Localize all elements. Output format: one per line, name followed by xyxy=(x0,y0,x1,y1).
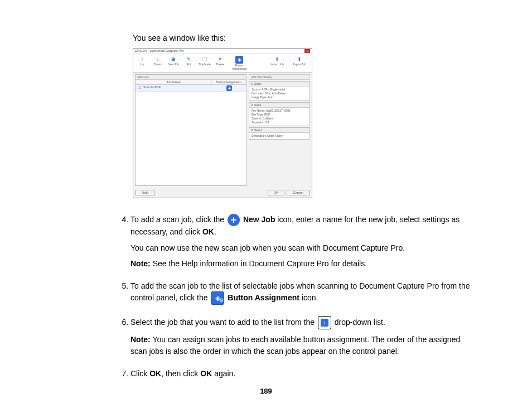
job-list-header: Job Name Button Assignment xyxy=(136,80,246,85)
col-jobname: Job Name xyxy=(136,80,212,84)
page-number: 189 xyxy=(0,387,532,395)
ok-button[interactable]: OK xyxy=(268,190,285,195)
import-job-button[interactable]: ⬇Import Job xyxy=(267,56,287,70)
step-7: Click OK, then click OK again. xyxy=(130,368,476,379)
new-job-button[interactable]: ⊕New Job xyxy=(167,56,180,70)
window-title: EPSON - Document Capture Pro xyxy=(135,49,184,53)
assignment-icon: ◈ xyxy=(235,56,243,64)
arrow-up-icon: ↑ xyxy=(139,56,146,63)
duplicate-button[interactable]: ❐Duplicate xyxy=(198,56,211,70)
x-icon: ✕ xyxy=(217,56,224,63)
cancel-button[interactable]: Cancel xyxy=(287,190,309,195)
row-assign: ◈ xyxy=(212,85,246,92)
help-button[interactable]: Help xyxy=(136,190,154,195)
up-button[interactable]: ↑Up xyxy=(136,56,149,70)
step-4-note1: You can now use the new scan job when yo… xyxy=(130,242,476,253)
edit-button[interactable]: ✎Edit xyxy=(182,56,196,70)
button-assignment-button[interactable]: ◈Button Assignment xyxy=(229,56,249,70)
export-job-button[interactable]: ⬆Export Job xyxy=(289,56,309,70)
arrow-down-icon: ↓ xyxy=(154,56,161,63)
dialog-screenshot: EPSON - Document Capture Pro ✕ ↑Up ↓Down… xyxy=(133,48,312,198)
plus-circle-icon: + xyxy=(228,214,240,226)
titlebar: EPSON - Document Capture Pro ✕ xyxy=(133,49,312,54)
close-icon[interactable]: ✕ xyxy=(304,49,310,53)
summary-save: 2. Save File Name: img20190317_0001 File… xyxy=(249,102,310,126)
step-4-note2: Note: See the Help information in Docume… xyxy=(130,258,476,269)
button-assignment-icon: ◈⚙ xyxy=(211,291,224,305)
col-buttonassign: Button Assignment xyxy=(212,80,246,84)
import-icon: ⬇ xyxy=(274,56,280,63)
copy-icon: ❐ xyxy=(201,56,208,63)
job-row[interactable]: ☐ Scan to PDF ◈ xyxy=(136,85,246,92)
export-icon: ⬆ xyxy=(296,56,303,63)
job-summary-panel: Job Summary 1. Scan Source: ADF - Single… xyxy=(249,74,310,186)
job-list-title: Job List xyxy=(136,75,246,80)
gear-icon: ⚙ xyxy=(219,297,224,304)
pencil-icon: ✎ xyxy=(186,56,192,63)
plus-circle-icon: ⊕ xyxy=(170,56,177,63)
step-6: Select the job that you want to add to t… xyxy=(130,316,476,357)
delete-button[interactable]: ✕Delete xyxy=(214,56,227,70)
assign-badge-icon: ◈ xyxy=(226,85,232,91)
step-list: To add a scan job, click the + New Job i… xyxy=(117,214,476,379)
toolbar: ↑Up ↓Down ⊕New Job ✎Edit ❐Duplicate ✕Del… xyxy=(133,54,312,73)
down-button[interactable]: ↓Down xyxy=(151,56,165,70)
dialog-footer: Help OK Cancel xyxy=(133,188,312,198)
step-6-note: Note: You can assign scan jobs to each a… xyxy=(130,334,476,357)
summary-scan: 1. Scan Source: ADF - Single-sided Docum… xyxy=(249,81,310,101)
intro-text: You see a window like this: xyxy=(133,33,476,42)
row-checkbox[interactable]: ☐ xyxy=(136,85,142,92)
step-4: To add a scan job, click the + New Job i… xyxy=(130,214,476,269)
summary-send: 3. Send Destination: Open Folder xyxy=(249,127,310,140)
job-list-panel: Job List Job Name Button Assignment ☐ Sc… xyxy=(135,74,246,186)
dropdown-icon: 1 xyxy=(318,316,331,329)
row-jobname: Scan to PDF xyxy=(142,85,212,92)
step-5: To add the scan job to the list of selec… xyxy=(130,280,476,305)
job-summary-title: Job Summary xyxy=(249,74,310,80)
